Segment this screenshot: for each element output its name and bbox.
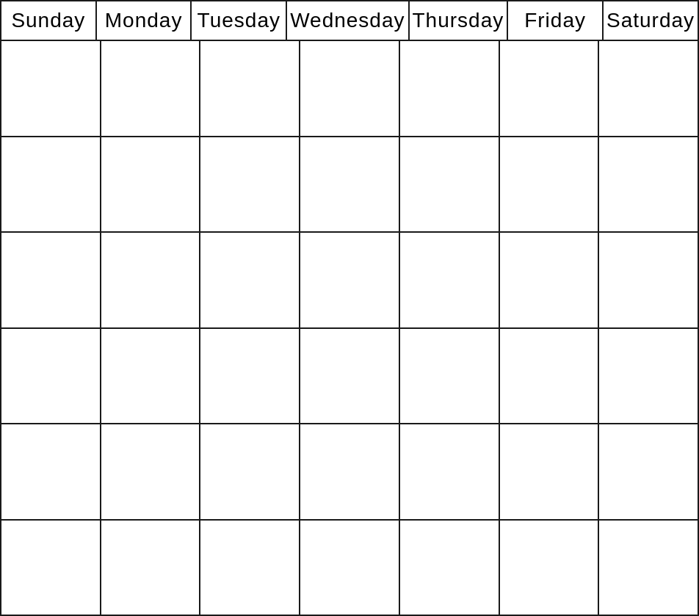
calendar-cell[interactable]	[101, 137, 201, 232]
calendar-cell[interactable]	[200, 233, 300, 327]
calendar-row	[1, 41, 698, 137]
header-monday: Monday	[97, 1, 192, 40]
calendar-cell[interactable]	[1, 233, 101, 327]
calendar-cell[interactable]	[101, 233, 201, 327]
calendar-cell[interactable]	[200, 137, 300, 232]
calendar-cell[interactable]	[1, 521, 101, 615]
header-friday: Friday	[508, 1, 604, 40]
calendar-cell[interactable]	[599, 137, 698, 232]
calendar-cell[interactable]	[300, 41, 400, 136]
calendar-cell[interactable]	[200, 424, 300, 519]
calendar-cell[interactable]	[599, 41, 698, 136]
calendar-cell[interactable]	[500, 329, 600, 424]
calendar-cell[interactable]	[1, 41, 101, 136]
calendar-cell[interactable]	[300, 329, 400, 424]
calendar-body	[1, 41, 698, 615]
calendar-cell[interactable]	[300, 521, 400, 615]
calendar-cell[interactable]	[400, 424, 500, 519]
calendar-cell[interactable]	[599, 424, 698, 519]
calendar-cell[interactable]	[101, 329, 201, 424]
calendar-cell[interactable]	[300, 424, 400, 519]
calendar-cell[interactable]	[300, 137, 400, 232]
header-sunday: Sunday	[1, 1, 97, 40]
calendar-cell[interactable]	[400, 137, 500, 232]
calendar-cell[interactable]	[200, 41, 300, 136]
calendar-cell[interactable]	[599, 329, 698, 424]
calendar-cell[interactable]	[500, 233, 600, 327]
calendar-cell[interactable]	[200, 329, 300, 424]
calendar-cell[interactable]	[400, 521, 500, 615]
calendar-cell[interactable]	[599, 521, 698, 615]
header-saturday: Saturday	[604, 1, 698, 40]
calendar-cell[interactable]	[1, 137, 101, 232]
calendar-cell[interactable]	[500, 137, 600, 232]
header-tuesday: Tuesday	[192, 1, 287, 40]
header-thursday: Thursday	[410, 1, 509, 40]
calendar-cell[interactable]	[1, 424, 101, 519]
calendar-cell[interactable]	[101, 41, 201, 136]
header-wednesday: Wednesday	[287, 1, 409, 40]
calendar-cell[interactable]	[300, 233, 400, 327]
calendar-cell[interactable]	[101, 424, 201, 519]
calendar-cell[interactable]	[400, 41, 500, 136]
calendar-cell[interactable]	[500, 424, 600, 519]
calendar-cell[interactable]	[500, 41, 600, 136]
calendar-cell[interactable]	[599, 233, 698, 327]
calendar-cell[interactable]	[400, 329, 500, 424]
calendar-cell[interactable]	[200, 521, 300, 615]
calendar-row	[1, 233, 698, 329]
calendar-row	[1, 521, 698, 615]
calendar-header: Sunday Monday Tuesday Wednesday Thursday…	[1, 1, 698, 41]
calendar-row	[1, 424, 698, 521]
calendar-row	[1, 137, 698, 233]
calendar-row	[1, 329, 698, 425]
calendar-grid: Sunday Monday Tuesday Wednesday Thursday…	[0, 0, 699, 616]
calendar-cell[interactable]	[1, 329, 101, 424]
calendar-cell[interactable]	[101, 521, 201, 615]
calendar-cell[interactable]	[400, 233, 500, 327]
calendar-cell[interactable]	[500, 521, 600, 615]
